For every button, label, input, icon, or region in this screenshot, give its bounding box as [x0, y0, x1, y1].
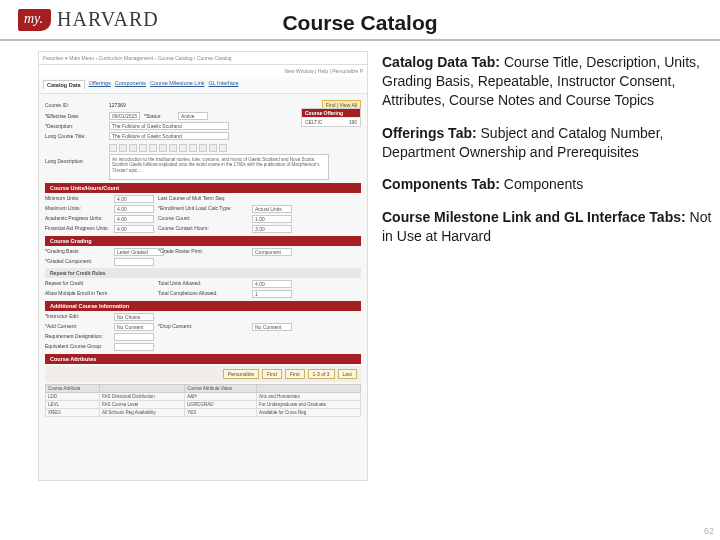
- divider: [0, 39, 720, 41]
- components-desc: Components Tab: Components: [382, 175, 712, 194]
- attr-header-1: Course Attribute: [46, 385, 100, 393]
- catalog-data-desc: Catalog Data Tab: Course Title, Descript…: [382, 53, 712, 110]
- allow-mult-enroll-label: Allow Multiple Enroll in Term: [45, 290, 110, 298]
- drop-consent-label: *Drop Consent:: [158, 323, 248, 331]
- logo-wordmark: HARVARD: [57, 8, 159, 31]
- long-desc-label: Long Description:: [45, 158, 105, 164]
- last-button[interactable]: Last: [338, 369, 357, 379]
- effective-date-input[interactable]: 09/01/2015: [109, 112, 140, 120]
- catalog-screenshot: Favorites ▾ Main Menu › Curriculum Manag…: [38, 51, 368, 481]
- instructor-edit-select[interactable]: No Choice: [114, 313, 154, 321]
- course-offering-header: Course Offering: [302, 109, 360, 117]
- content-row: Favorites ▾ Main Menu › Curriculum Manag…: [0, 51, 720, 481]
- section-repeat: Repeat for Credit Rules: [45, 268, 361, 278]
- min-units-input[interactable]: 4.00: [114, 195, 154, 203]
- richtext-toolbar[interactable]: [109, 142, 329, 154]
- acad-prog-input[interactable]: 4.00: [114, 215, 154, 223]
- tab-components[interactable]: Components: [115, 80, 146, 90]
- total-units-allowed-input[interactable]: 4.00: [252, 280, 292, 288]
- finaid-label: Financial Aid Progress Units:: [45, 225, 110, 233]
- slide-number: 62: [704, 526, 714, 536]
- effective-date-label: *Effective Date:: [45, 113, 105, 119]
- add-consent-select[interactable]: No Consent: [114, 323, 154, 331]
- offerings-desc: Offerings Tab: Subject and Catalog Numbe…: [382, 124, 712, 162]
- offering-subject: CELTIC: [305, 119, 322, 125]
- add-consent-label: *Add Consent:: [45, 323, 110, 331]
- tab-catalog-data[interactable]: Catalog Data: [43, 80, 85, 90]
- course-count-label: Course Count:: [158, 215, 248, 223]
- status-label: *Status:: [144, 113, 174, 119]
- long-title-label: Long Course Title:: [45, 133, 105, 139]
- attr-header-2: Course Attribute Value: [185, 385, 257, 393]
- personalize-button[interactable]: Personalize: [223, 369, 259, 379]
- drop-consent-select[interactable]: No Consent: [252, 323, 292, 331]
- last-course-label: Last Course of Mult Term Seq:: [158, 195, 248, 203]
- acad-prog-label: Academic Progress Units:: [45, 215, 110, 223]
- tab-course-milestone-link[interactable]: Course Milestone Link: [150, 80, 204, 90]
- graded-component-select[interactable]: [114, 258, 154, 266]
- milestone-gl-desc: Course Milestone Link and GL Interface T…: [382, 208, 712, 246]
- long-desc-textarea[interactable]: An introduction to the traditional stori…: [109, 154, 329, 180]
- equiv-group-input[interactable]: [114, 343, 154, 351]
- tab-gl-interface[interactable]: GL Interface: [208, 80, 238, 90]
- grade-roster-select[interactable]: Component: [252, 248, 292, 256]
- course-id-label: Course ID:: [45, 102, 105, 108]
- table-row: LEVLFAS Course Level UGRDGRADFor Undergr…: [46, 401, 361, 409]
- repeat-credit-label: Repeat for Credit: [45, 280, 110, 288]
- grading-basis-select[interactable]: Letter Graded: [114, 248, 164, 256]
- enrl-calc-label: *Enrollment Unit Load Calc Type:: [158, 205, 248, 213]
- equiv-group-label: Equivalent Course Group:: [45, 343, 110, 351]
- status-select[interactable]: Active: [178, 112, 208, 120]
- description-column: Catalog Data Tab: Course Title, Descript…: [382, 51, 712, 481]
- contact-hours-label: Course Contact Hours:: [158, 225, 248, 233]
- course-count-input[interactable]: 1.00: [252, 215, 292, 223]
- breadcrumb: Favorites ▾ Main Menu › Curriculum Manag…: [43, 55, 232, 61]
- table-row: XREGAll Schools Reg Availability YESAvai…: [46, 409, 361, 417]
- total-units-allowed-label: Total Units Allowed:: [158, 280, 248, 288]
- section-grading: Course Grading: [45, 236, 361, 246]
- long-title-input[interactable]: The Folklore of Gaelic Scotland: [109, 132, 229, 140]
- min-units-label: Minimum Units:: [45, 195, 110, 203]
- logo-badge: my.: [18, 9, 51, 31]
- table-row: LDDFAS Divisional Distribution A&HArts a…: [46, 393, 361, 401]
- grade-roster-label: *Grade Roster Print:: [158, 248, 248, 256]
- tab-strip: Catalog Data Offerings Components Course…: [39, 77, 367, 94]
- max-units-label: Maximum Units:: [45, 205, 110, 213]
- max-units-input[interactable]: 4.00: [114, 205, 154, 213]
- course-id-value: 127369: [109, 102, 126, 108]
- contact-hours-input[interactable]: 3.00: [252, 225, 292, 233]
- description-input[interactable]: The Folklore of Gaelic Scotland: [109, 122, 229, 130]
- graded-component-label: *Graded Component:: [45, 258, 110, 266]
- total-completions-input[interactable]: 1: [252, 290, 292, 298]
- attributes-table: Course Attribute Course Attribute Value …: [45, 384, 361, 417]
- section-attributes: Course Attributes: [45, 354, 361, 364]
- total-completions-label: Total Completions Allowed:: [158, 290, 248, 298]
- finaid-input[interactable]: 4.00: [114, 225, 154, 233]
- window-links[interactable]: New Window | Help | Personalize P: [285, 68, 363, 74]
- enrl-calc-select[interactable]: Actual Units: [252, 205, 292, 213]
- section-additional: Additional Course Information: [45, 301, 361, 311]
- first-button[interactable]: First: [285, 369, 305, 379]
- instructor-edit-label: *Instructor Edit:: [45, 313, 110, 321]
- grading-basis-label: *Grading Basis:: [45, 248, 110, 256]
- description-label: *Description:: [45, 123, 105, 129]
- pager-label: 1-3 of 3: [308, 369, 335, 379]
- tab-offerings[interactable]: Offerings: [89, 80, 111, 90]
- section-units: Course Units/Hours/Count: [45, 183, 361, 193]
- req-desig-input[interactable]: [114, 333, 154, 341]
- course-offering-box: Course Offering CELTIC 190: [301, 108, 361, 127]
- offering-number: 190: [349, 119, 357, 125]
- req-desig-label: Requirement Designation:: [45, 333, 110, 341]
- find-button[interactable]: Find: [262, 369, 282, 379]
